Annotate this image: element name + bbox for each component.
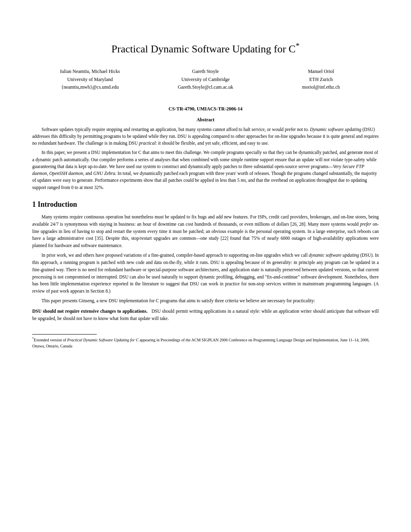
tech-report-id: CS-TR-4790, UMIACS-TR-2006-14	[32, 106, 379, 112]
section1-para1: Many systems require continuous operatio…	[32, 214, 379, 249]
abstract-title: Abstract	[32, 116, 379, 123]
abstract-section: Abstract Software updates typically requ…	[32, 116, 379, 191]
title-superscript: *	[296, 42, 300, 50]
author-email-3: moriol@inf.ethz.ch	[302, 83, 340, 91]
page-container: Practical Dynamic Software Updating for …	[32, 40, 379, 349]
footnote-divider	[32, 334, 97, 335]
author-email-1: {neamtiu,mwh}@cs.umd.edu	[61, 83, 119, 91]
author-name-2: Gareth Stoyle	[192, 68, 219, 75]
section1-para3: This paper presents Ginseng, a new DSU i…	[32, 297, 379, 305]
authors-grid: Iulian Neamtiu, Michael Hicks University…	[32, 68, 379, 91]
abstract-paragraph-1: Software updates typically require stopp…	[32, 126, 379, 147]
section1-para2: In prior work, we and others have propos…	[32, 252, 379, 295]
footnote-star: *	[32, 337, 34, 341]
title-section: Practical Dynamic Software Updating for …	[32, 40, 379, 91]
author-institution-1: University of Maryland	[67, 76, 113, 83]
author-col-1: Iulian Neamtiu, Michael Hicks University…	[32, 68, 148, 91]
footnote: *Extended version of Practical Dynamic S…	[32, 337, 379, 349]
dsu-criterion: DSU should not require extensive changes…	[32, 308, 379, 322]
author-col-3: Manuel Oriol ETH Zurich moriol@inf.ethz.…	[263, 68, 379, 91]
author-institution-3: ETH Zurich	[309, 76, 333, 83]
abstract-paragraph-2: In this paper, we present a DSU implemen…	[32, 149, 379, 191]
author-col-2: Gareth Stoyle University of Cambridge Ga…	[148, 68, 264, 91]
paper-title: Practical Dynamic Software Updating for …	[32, 40, 379, 56]
dsu-criterion-label: DSU should not require extensive changes…	[32, 309, 147, 314]
author-name-1: Iulian Neamtiu, Michael Hicks	[60, 68, 120, 75]
section1-heading: 1 Introduction	[32, 199, 379, 210]
author-institution-2: University of Cambridge	[181, 76, 230, 83]
author-email-2: Gareth.Stoyle@cl.cam.ac.uk	[178, 83, 233, 91]
author-name-3: Manuel Oriol	[308, 68, 334, 75]
